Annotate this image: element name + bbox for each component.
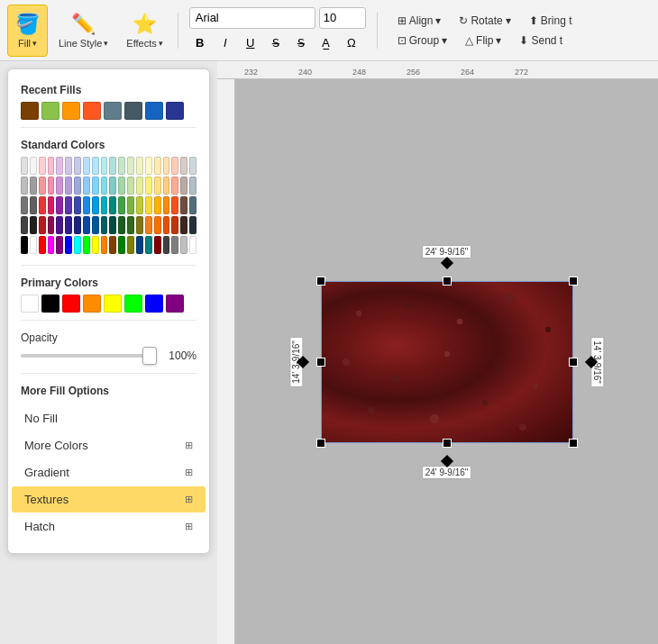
recent-fill-swatch[interactable] bbox=[145, 102, 163, 120]
standard-color-swatch[interactable] bbox=[101, 236, 108, 254]
standard-color-swatch[interactable] bbox=[74, 236, 81, 254]
standard-color-swatch[interactable] bbox=[92, 236, 99, 254]
standard-color-swatch[interactable] bbox=[127, 196, 134, 214]
standard-color-swatch[interactable] bbox=[65, 236, 72, 254]
handle-top-center[interactable] bbox=[443, 277, 452, 286]
strikethrough-button[interactable]: S̶ bbox=[265, 32, 287, 54]
standard-color-swatch[interactable] bbox=[189, 157, 196, 175]
standard-color-swatch[interactable] bbox=[163, 196, 170, 214]
standard-color-swatch[interactable] bbox=[30, 177, 37, 195]
standard-color-swatch[interactable] bbox=[118, 216, 125, 234]
standard-color-swatch[interactable] bbox=[65, 216, 72, 234]
standard-color-swatch[interactable] bbox=[109, 157, 116, 175]
standard-color-swatch[interactable] bbox=[127, 157, 134, 175]
no-fill-option[interactable]: No Fill bbox=[12, 405, 206, 431]
standard-color-swatch[interactable] bbox=[74, 216, 81, 234]
standard-color-swatch[interactable] bbox=[109, 177, 116, 195]
handle-bottom-left[interactable] bbox=[316, 439, 325, 448]
standard-color-swatch[interactable] bbox=[136, 216, 143, 234]
standard-color-swatch[interactable] bbox=[30, 216, 37, 234]
standard-color-swatch[interactable] bbox=[171, 177, 178, 195]
standard-color-swatch[interactable] bbox=[118, 157, 125, 175]
highlight-button[interactable]: A̲ bbox=[315, 32, 337, 54]
standard-color-swatch[interactable] bbox=[48, 216, 55, 234]
special-char-button[interactable]: Ω bbox=[341, 32, 362, 54]
standard-color-swatch[interactable] bbox=[65, 177, 72, 195]
standard-color-swatch[interactable] bbox=[189, 196, 196, 214]
standard-color-swatch[interactable] bbox=[189, 216, 196, 234]
primary-color-swatch[interactable] bbox=[124, 295, 142, 313]
standard-color-swatch[interactable] bbox=[180, 236, 187, 254]
standard-color-swatch[interactable] bbox=[39, 177, 46, 195]
standard-color-swatch[interactable] bbox=[21, 177, 28, 195]
standard-color-swatch[interactable] bbox=[118, 196, 125, 214]
standard-color-swatch[interactable] bbox=[21, 236, 28, 254]
rotate-button[interactable]: ↻ Rotate ▾ bbox=[453, 13, 516, 29]
primary-color-swatch[interactable] bbox=[145, 295, 163, 313]
recent-fill-swatch[interactable] bbox=[62, 102, 80, 120]
standard-color-swatch[interactable] bbox=[83, 177, 90, 195]
recent-fill-swatch[interactable] bbox=[41, 102, 59, 120]
standard-color-swatch[interactable] bbox=[30, 236, 37, 254]
standard-color-swatch[interactable] bbox=[30, 157, 37, 175]
standard-color-swatch[interactable] bbox=[163, 216, 170, 234]
standard-color-swatch[interactable] bbox=[48, 157, 55, 175]
standard-color-swatch[interactable] bbox=[154, 236, 161, 254]
standard-color-swatch[interactable] bbox=[109, 236, 116, 254]
standard-color-swatch[interactable] bbox=[154, 216, 161, 234]
standard-color-swatch[interactable] bbox=[48, 196, 55, 214]
italic-button[interactable]: I bbox=[215, 32, 236, 54]
standard-color-swatch[interactable] bbox=[180, 157, 187, 175]
standard-color-swatch[interactable] bbox=[101, 177, 108, 195]
recent-fill-swatch[interactable] bbox=[166, 102, 184, 120]
standard-color-swatch[interactable] bbox=[101, 157, 108, 175]
bold-button[interactable]: B bbox=[189, 32, 211, 54]
standard-color-swatch[interactable] bbox=[180, 216, 187, 234]
standard-color-swatch[interactable] bbox=[145, 196, 152, 214]
font-name-input[interactable] bbox=[189, 7, 315, 29]
standard-color-swatch[interactable] bbox=[154, 157, 161, 175]
standard-color-swatch[interactable] bbox=[163, 177, 170, 195]
standard-color-swatch[interactable] bbox=[30, 196, 37, 214]
standard-color-swatch[interactable] bbox=[48, 236, 55, 254]
standard-color-swatch[interactable] bbox=[118, 177, 125, 195]
standard-color-swatch[interactable] bbox=[136, 177, 143, 195]
standard-color-swatch[interactable] bbox=[118, 236, 125, 254]
handle-bottom-right[interactable] bbox=[569, 439, 578, 448]
standard-color-swatch[interactable] bbox=[21, 196, 28, 214]
standard-color-swatch[interactable] bbox=[127, 236, 134, 254]
standard-color-swatch[interactable] bbox=[74, 177, 81, 195]
more-colors-option[interactable]: More Colors ⊞ bbox=[12, 432, 206, 458]
standard-color-swatch[interactable] bbox=[39, 157, 46, 175]
flip-button[interactable]: △ Flip ▾ bbox=[460, 32, 507, 49]
standard-color-swatch[interactable] bbox=[171, 216, 178, 234]
standard-color-swatch[interactable] bbox=[154, 177, 161, 195]
standard-color-swatch[interactable] bbox=[56, 157, 63, 175]
standard-color-swatch[interactable] bbox=[92, 157, 99, 175]
handle-bottom-center[interactable] bbox=[443, 439, 452, 448]
standard-color-swatch[interactable] bbox=[180, 196, 187, 214]
standard-color-swatch[interactable] bbox=[92, 216, 99, 234]
standard-color-swatch[interactable] bbox=[65, 196, 72, 214]
underline-button[interactable]: U bbox=[240, 32, 261, 54]
primary-color-swatch[interactable] bbox=[62, 295, 80, 313]
standard-color-swatch[interactable] bbox=[83, 196, 90, 214]
recent-fill-swatch[interactable] bbox=[124, 102, 142, 120]
standard-color-swatch[interactable] bbox=[127, 177, 134, 195]
standard-color-swatch[interactable] bbox=[180, 177, 187, 195]
standard-color-swatch[interactable] bbox=[101, 196, 108, 214]
standard-color-swatch[interactable] bbox=[145, 177, 152, 195]
hatch-option[interactable]: Hatch ⊞ bbox=[12, 513, 206, 540]
recent-fill-swatch[interactable] bbox=[83, 102, 101, 120]
standard-color-swatch[interactable] bbox=[171, 236, 178, 254]
textures-option[interactable]: Textures ⊞ bbox=[12, 486, 206, 512]
handle-middle-right[interactable] bbox=[569, 358, 578, 367]
standard-color-swatch[interactable] bbox=[21, 157, 28, 175]
handle-top-left[interactable] bbox=[316, 277, 325, 286]
standard-color-swatch[interactable] bbox=[83, 236, 90, 254]
standard-color-swatch[interactable] bbox=[74, 196, 81, 214]
standard-color-swatch[interactable] bbox=[48, 177, 55, 195]
standard-color-swatch[interactable] bbox=[163, 157, 170, 175]
strikethrough2-button[interactable]: S̶ bbox=[290, 32, 312, 54]
primary-color-swatch[interactable] bbox=[21, 295, 39, 313]
